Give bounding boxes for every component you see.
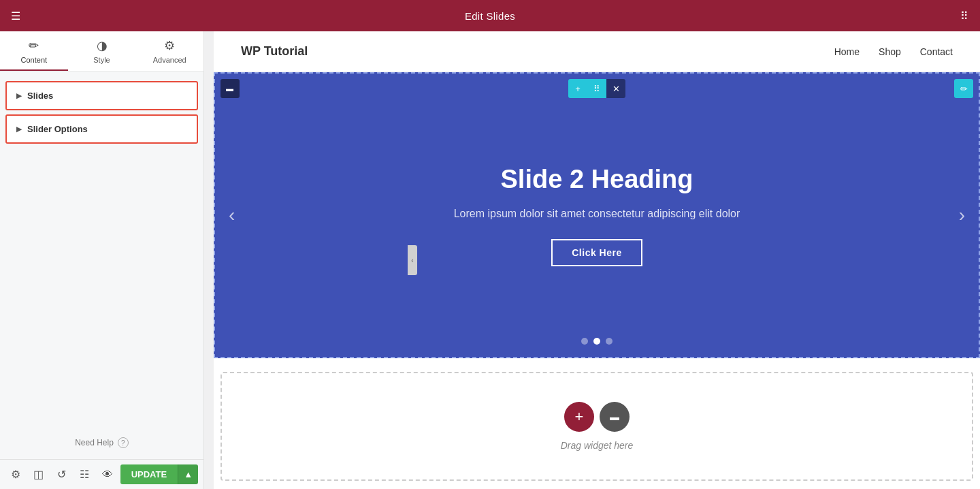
slide-description: Lorem ipsum dolor sit amet consectetur a… [454, 208, 740, 220]
need-help[interactable]: Need Help ? [0, 426, 203, 459]
advanced-tab-label: Advanced [153, 56, 186, 64]
dot-3[interactable] [606, 338, 612, 345]
nav-bar: WP Tutorial Home Shop Contact [214, 31, 980, 72]
slide-container: ‹ › Slide 2 Heading Lorem ipsum dolor si… [214, 72, 980, 358]
advanced-tab-icon: ⚙ [164, 38, 175, 53]
slide-heading: Slide 2 Heading [501, 165, 693, 194]
history-button[interactable]: ↺ [51, 464, 71, 486]
main-layout: ✏ Content ◑ Style ⚙ Advanced ▶ Slides [0, 31, 980, 489]
help-circle-icon: ? [118, 437, 129, 448]
slider-move-button[interactable]: ⠿ [587, 79, 606, 98]
need-help-label: Need Help [75, 438, 114, 447]
collapse-icon: ‹ [411, 257, 413, 264]
style-tab-icon: ◑ [97, 38, 108, 53]
top-bar: ☰ Edit Slides ⠿ [0, 0, 980, 31]
empty-section-buttons: + ▬ [564, 402, 630, 432]
slider-section: + ⠿ ✕ ✏ ▬ ‹ › Slide 2 Heading Lorem ipsu… [214, 72, 980, 358]
empty-drop-section: + ▬ Drag widget here [220, 372, 973, 481]
slides-section: ▶ Slides [5, 81, 198, 110]
settings-button[interactable]: ⚙ [5, 464, 26, 486]
slider-edit-button[interactable]: ✏ [954, 79, 973, 98]
tab-style[interactable]: ◑ Style [68, 31, 136, 71]
update-group: UPDATE ▲ [120, 464, 198, 484]
content-tab-label: Content [21, 56, 48, 64]
slide-cta-button[interactable]: Click Here [551, 239, 642, 266]
slider-close-button[interactable]: ✕ [606, 79, 625, 98]
grid-icon[interactable]: ⠿ [949, 0, 980, 31]
update-arrow-button[interactable]: ▲ [178, 464, 198, 484]
slider-block-button[interactable]: ▬ [220, 79, 240, 98]
nav-home[interactable]: Home [834, 46, 860, 57]
slider-options-header[interactable]: ▶ Slider Options [7, 116, 197, 142]
slider-options-label: Slider Options [27, 124, 88, 134]
preview-button[interactable]: 👁 [97, 464, 118, 486]
tab-advanced[interactable]: ⚙ Advanced [135, 31, 203, 71]
slide-next-button[interactable]: › [952, 198, 972, 233]
sidebar-collapse-handle[interactable]: ‹ [408, 245, 417, 275]
slide-dots [581, 338, 612, 345]
slider-add-button[interactable]: + [568, 79, 587, 98]
panel-content: ▶ Slides ▶ Slider Options [0, 72, 203, 426]
slides-section-label: Slides [27, 91, 53, 101]
top-bar-title: Edit Slides [31, 10, 949, 22]
add-widget-button[interactable]: + [564, 402, 594, 432]
slide-prev-button[interactable]: ‹ [222, 198, 242, 233]
canvas: WP Tutorial Home Shop Contact + ⠿ ✕ ✏ ▬ … [214, 31, 980, 489]
drag-hint-text: Drag widget here [561, 440, 634, 451]
site-logo: WP Tutorial [241, 44, 308, 59]
responsive-button[interactable]: ☷ [74, 464, 95, 486]
hamburger-menu-icon[interactable]: ☰ [0, 0, 31, 31]
content-tab-icon: ✏ [29, 38, 39, 53]
nav-links: Home Shop Contact [834, 46, 953, 57]
dot-2[interactable] [593, 338, 600, 345]
style-tab-label: Style [93, 56, 110, 64]
update-button[interactable]: UPDATE [120, 464, 178, 484]
slider-options-section: ▶ Slider Options [5, 114, 198, 144]
layers-button[interactable]: ◫ [29, 464, 49, 486]
dot-1[interactable] [581, 338, 588, 345]
sidebar: ✏ Content ◑ Style ⚙ Advanced ▶ Slides [0, 31, 204, 489]
nav-contact[interactable]: Contact [920, 46, 953, 57]
slides-section-header[interactable]: ▶ Slides [7, 82, 197, 109]
nav-shop[interactable]: Shop [879, 46, 901, 57]
slider-toolbar: + ⠿ ✕ [568, 79, 625, 98]
tab-content[interactable]: ✏ Content [0, 31, 68, 71]
slides-arrow-icon: ▶ [16, 92, 22, 99]
widget-library-button[interactable]: ▬ [600, 402, 630, 432]
slider-options-arrow-icon: ▶ [16, 125, 22, 133]
sidebar-tabs: ✏ Content ◑ Style ⚙ Advanced [0, 31, 203, 72]
bottom-toolbar: ⚙ ◫ ↺ ☷ 👁 UPDATE ▲ [0, 459, 203, 489]
